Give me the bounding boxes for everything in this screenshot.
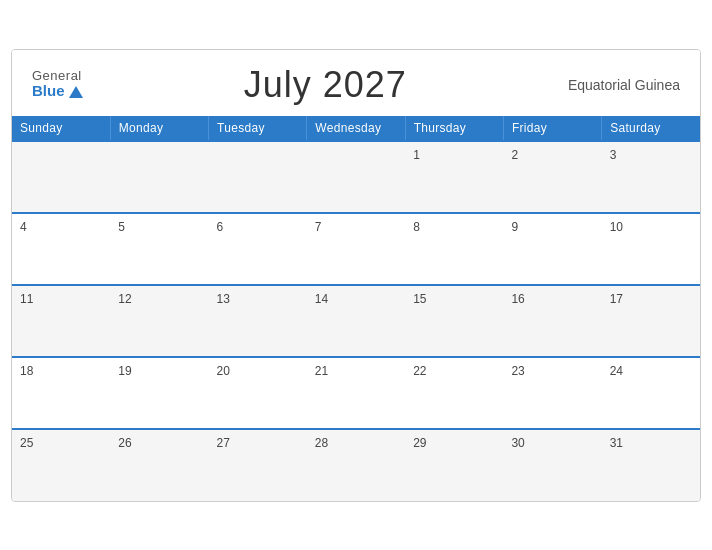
calendar-day-cell: 21 xyxy=(307,357,405,429)
day-number: 14 xyxy=(315,292,328,306)
day-number: 1 xyxy=(413,148,420,162)
day-number: 31 xyxy=(610,436,623,450)
calendar-day-cell xyxy=(12,141,110,213)
day-number: 28 xyxy=(315,436,328,450)
calendar-day-cell: 29 xyxy=(405,429,503,501)
calendar-day-cell: 23 xyxy=(503,357,601,429)
calendar-day-cell: 10 xyxy=(602,213,700,285)
day-number: 12 xyxy=(118,292,131,306)
day-header-saturday: Saturday xyxy=(602,116,700,141)
logo-triangle-icon xyxy=(69,86,83,98)
calendar-day-cell: 24 xyxy=(602,357,700,429)
day-number: 19 xyxy=(118,364,131,378)
day-number: 13 xyxy=(217,292,230,306)
calendar-day-cell: 8 xyxy=(405,213,503,285)
calendar-day-cell: 7 xyxy=(307,213,405,285)
calendar-day-cell: 16 xyxy=(503,285,601,357)
calendar-day-cell: 12 xyxy=(110,285,208,357)
day-header-monday: Monday xyxy=(110,116,208,141)
day-header-friday: Friday xyxy=(503,116,601,141)
calendar-country: Equatorial Guinea xyxy=(568,77,680,93)
calendar-day-cell: 3 xyxy=(602,141,700,213)
calendar-day-cell: 25 xyxy=(12,429,110,501)
calendar-day-cell: 6 xyxy=(209,213,307,285)
day-number: 23 xyxy=(511,364,524,378)
calendar-day-cell: 14 xyxy=(307,285,405,357)
calendar-week-row: 25262728293031 xyxy=(12,429,700,501)
day-header-thursday: Thursday xyxy=(405,116,503,141)
calendar-day-cell xyxy=(110,141,208,213)
calendar-week-row: 123 xyxy=(12,141,700,213)
day-number: 11 xyxy=(20,292,33,306)
calendar-day-cell: 22 xyxy=(405,357,503,429)
day-number: 30 xyxy=(511,436,524,450)
day-number: 20 xyxy=(217,364,230,378)
day-number: 5 xyxy=(118,220,125,234)
day-number: 2 xyxy=(511,148,518,162)
day-number: 3 xyxy=(610,148,617,162)
day-number: 9 xyxy=(511,220,518,234)
day-number: 24 xyxy=(610,364,623,378)
day-number: 16 xyxy=(511,292,524,306)
day-number: 17 xyxy=(610,292,623,306)
calendar-week-row: 45678910 xyxy=(12,213,700,285)
calendar-day-cell: 4 xyxy=(12,213,110,285)
calendar-day-cell: 20 xyxy=(209,357,307,429)
logo-blue-text: Blue xyxy=(32,83,83,100)
day-number: 25 xyxy=(20,436,33,450)
calendar-container: General Blue July 2027 Equatorial Guinea… xyxy=(11,49,701,502)
day-number: 18 xyxy=(20,364,33,378)
calendar-day-cell: 18 xyxy=(12,357,110,429)
calendar-week-row: 11121314151617 xyxy=(12,285,700,357)
calendar-day-cell xyxy=(307,141,405,213)
calendar-day-cell: 2 xyxy=(503,141,601,213)
day-number: 15 xyxy=(413,292,426,306)
day-number: 4 xyxy=(20,220,27,234)
calendar-day-cell: 26 xyxy=(110,429,208,501)
day-number: 22 xyxy=(413,364,426,378)
day-header-tuesday: Tuesday xyxy=(209,116,307,141)
logo-general-text: General xyxy=(32,69,82,83)
day-number: 26 xyxy=(118,436,131,450)
day-number: 27 xyxy=(217,436,230,450)
calendar-day-cell: 19 xyxy=(110,357,208,429)
calendar-day-cell: 17 xyxy=(602,285,700,357)
calendar-day-cell: 1 xyxy=(405,141,503,213)
calendar-day-cell: 13 xyxy=(209,285,307,357)
calendar-grid: SundayMondayTuesdayWednesdayThursdayFrid… xyxy=(12,116,700,501)
day-number: 7 xyxy=(315,220,322,234)
calendar-day-cell: 30 xyxy=(503,429,601,501)
logo: General Blue xyxy=(32,69,83,100)
calendar-day-cell: 27 xyxy=(209,429,307,501)
calendar-day-cell: 28 xyxy=(307,429,405,501)
calendar-title: July 2027 xyxy=(244,64,407,106)
calendar-header: General Blue July 2027 Equatorial Guinea xyxy=(12,50,700,116)
calendar-day-cell: 15 xyxy=(405,285,503,357)
calendar-day-cell: 9 xyxy=(503,213,601,285)
day-number: 29 xyxy=(413,436,426,450)
calendar-day-cell xyxy=(209,141,307,213)
day-header-wednesday: Wednesday xyxy=(307,116,405,141)
days-header-row: SundayMondayTuesdayWednesdayThursdayFrid… xyxy=(12,116,700,141)
day-number: 10 xyxy=(610,220,623,234)
calendar-day-cell: 11 xyxy=(12,285,110,357)
calendar-day-cell: 31 xyxy=(602,429,700,501)
calendar-week-row: 18192021222324 xyxy=(12,357,700,429)
day-number: 8 xyxy=(413,220,420,234)
day-header-sunday: Sunday xyxy=(12,116,110,141)
day-number: 21 xyxy=(315,364,328,378)
calendar-day-cell: 5 xyxy=(110,213,208,285)
day-number: 6 xyxy=(217,220,224,234)
